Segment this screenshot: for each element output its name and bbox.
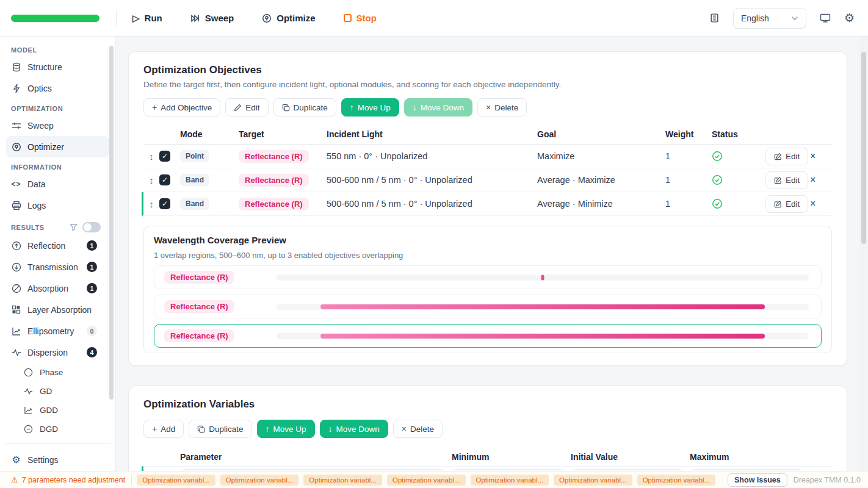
printer-icon (11, 201, 21, 210)
sweep-button[interactable]: Sweep (190, 13, 234, 23)
database-icon (11, 62, 21, 72)
drag-handle-icon[interactable]: ↕ (143, 199, 159, 209)
row-checkbox[interactable]: ✓ (159, 151, 170, 162)
row-edit-button[interactable]: Edit (765, 195, 808, 213)
edit-button[interactable]: Edit (225, 98, 268, 117)
issue-chip[interactable]: Optimization variabl... (637, 475, 716, 486)
grid-icon (11, 305, 21, 314)
objectives-card: Optimization Objectives Define the targe… (128, 51, 847, 366)
display-icon[interactable] (820, 13, 831, 23)
main-content: Optimization Objectives Define the targe… (116, 37, 868, 471)
row-edit-button[interactable]: Edit (765, 171, 808, 189)
docs-icon[interactable] (709, 13, 720, 23)
issue-chip[interactable]: Optimization variabl... (303, 475, 382, 486)
col-minimum: Minimum (452, 452, 571, 462)
duplicate-button[interactable]: Duplicate (189, 420, 251, 438)
row-remove-button[interactable]: × (810, 198, 816, 209)
coverage-row: Reflectance (R) (154, 295, 822, 318)
row-remove-button[interactable]: × (810, 174, 816, 185)
add-objective-button[interactable]: + Add Objective (143, 98, 220, 117)
issue-chip[interactable]: Optimization variabl... (220, 475, 299, 486)
drag-handle-icon[interactable]: ↕ (143, 151, 159, 162)
section-information: INFORMATION (11, 163, 109, 171)
row-remove-button[interactable]: × (810, 151, 816, 162)
run-button[interactable]: ▷ Run (132, 13, 162, 24)
stop-button[interactable]: Stop (344, 13, 377, 23)
sidebar-scrollbar[interactable] (109, 46, 114, 400)
col-target: Target (239, 129, 327, 139)
move-up-button[interactable]: ↑ Move Up (257, 420, 315, 438)
collapse-button[interactable] (812, 238, 822, 243)
row-edit-button[interactable]: Edit (765, 148, 808, 165)
gear-icon: ⚙ (11, 454, 21, 465)
issue-chip[interactable]: Optimization variabl... (387, 475, 466, 486)
sidebar-item-layer-absorption[interactable]: Layer Absorption (6, 299, 109, 320)
language-select[interactable]: English (733, 8, 806, 29)
divider (116, 11, 117, 26)
section-model: MODEL (11, 46, 109, 54)
objectives-table-header: Mode Target Incident Light Goal Weight S… (143, 124, 832, 145)
move-down-button[interactable]: ↓ Move Down (320, 420, 388, 438)
coverage-row: Reflectance (R) (154, 265, 822, 289)
incident-light-cell: 550 nm · 0° · Unpolarized (327, 151, 537, 161)
drag-handle-icon[interactable]: ↕ (143, 175, 159, 185)
optimize-button[interactable]: Optimize (262, 13, 315, 23)
variables-toolbar: + Add Duplicate ↑ Move Up ↓ Move Down × … (143, 420, 832, 438)
settings-gear-icon[interactable]: ⚙ (844, 11, 855, 25)
sidebar-item-gdd[interactable]: GDD (6, 401, 109, 420)
move-down-button[interactable]: ↓ Move Down (404, 98, 472, 117)
section-optimization: OPTIMIZATION (11, 105, 109, 112)
sliders-icon (11, 121, 21, 131)
sidebar-item-settings[interactable]: ⚙ Settings (6, 449, 109, 470)
main-scrollbar-track[interactable] (859, 37, 868, 471)
main-scrollbar-thumb[interactable] (861, 52, 866, 244)
sidebar-item-absorption[interactable]: Absorption 1 (6, 278, 109, 299)
sidebar-item-dispersion[interactable]: Dispersion 4 (6, 342, 109, 363)
issue-chip[interactable]: Optimization variabl... (554, 475, 632, 486)
mode-badge: Point (180, 150, 209, 162)
coverage-track (277, 274, 809, 281)
divider (131, 475, 132, 485)
sidebar: MODEL Structure Optics OPTIMIZATION Swee… (0, 37, 116, 471)
sidebar-item-structure[interactable]: Structure (6, 56, 109, 77)
add-variable-button[interactable]: + Add (143, 420, 184, 438)
weight-cell: 1 (665, 175, 712, 185)
move-up-button[interactable]: ↑ Move Up (341, 98, 399, 117)
plus-icon: + (152, 102, 157, 112)
show-issues-button[interactable]: Show Issues (728, 473, 787, 487)
sidebar-item-ellipsometry[interactable]: Ellipsometry 0 (6, 320, 109, 342)
row-checkbox[interactable]: ✓ (159, 198, 170, 209)
objective-row: ↕ ✓ Point Reflectance (R) 550 nm · 0° · … (142, 145, 832, 168)
code-icon: <> (11, 180, 21, 188)
issue-chip[interactable]: Optimization variabl... (471, 475, 549, 486)
count-badge: 1 (87, 283, 97, 293)
sidebar-item-optics[interactable]: Optics (6, 77, 109, 99)
col-mode: Mode (180, 129, 239, 139)
row-checkbox[interactable]: ✓ (159, 174, 170, 185)
point-marker (541, 274, 544, 280)
sidebar-item-optimizer[interactable]: Optimizer (6, 136, 109, 157)
sidebar-item-dgd[interactable]: DGD (6, 420, 109, 439)
goal-cell: Average · Minimize (537, 199, 665, 209)
sidebar-item-data[interactable]: <> Data (6, 173, 109, 195)
col-parameter: Parameter (180, 452, 452, 462)
target-badge: Reflectance (R) (164, 329, 234, 342)
delete-button[interactable]: × Delete (393, 420, 443, 438)
sidebar-item-sweep[interactable]: Sweep (6, 115, 109, 136)
sidebar-item-reflection[interactable]: Reflection 1 (6, 235, 109, 256)
band-marker (320, 334, 764, 339)
filter-icon[interactable] (70, 223, 78, 231)
close-icon: × (486, 102, 491, 112)
results-toggle[interactable] (82, 222, 101, 232)
delete-button[interactable]: × Delete (477, 98, 527, 117)
wave-icon (11, 348, 21, 357)
sidebar-item-logs[interactable]: Logs (6, 195, 109, 216)
sidebar-item-gd[interactable]: GD (6, 382, 109, 401)
sidebar-item-transmission[interactable]: Transmission 1 (6, 256, 109, 278)
sidebar-item-phase[interactable]: Phase (6, 363, 109, 382)
trend-chart-icon (11, 326, 21, 336)
col-weight: Weight (665, 129, 712, 139)
duplicate-button[interactable]: Duplicate (273, 98, 336, 117)
issue-chip[interactable]: Optimization variabl... (137, 475, 215, 486)
arrow-down-icon: ↓ (413, 102, 417, 112)
